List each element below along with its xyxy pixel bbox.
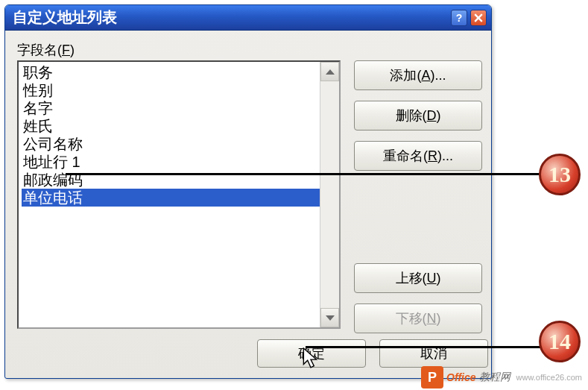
close-icon — [474, 13, 483, 22]
dialog-body: 字段名(F) 职务性别名字姓氏公司名称地址行 1邮政编码单位电话 添加(A)..… — [5, 31, 491, 378]
annotation-badge-14: 14 — [539, 321, 581, 362]
list-item[interactable]: 公司名称 — [22, 135, 320, 153]
listbox-viewport[interactable]: 职务性别名字姓氏公司名称地址行 1邮政编码单位电话 — [19, 62, 320, 327]
move-down-button: 下移(N) — [354, 303, 482, 333]
dialog-title: 自定义地址列表 — [13, 7, 117, 28]
list-item[interactable]: 地址行 1 — [22, 153, 320, 171]
title-controls: ? — [451, 10, 487, 26]
close-button[interactable] — [470, 10, 487, 26]
list-item[interactable]: 名字 — [22, 99, 320, 117]
list-item[interactable]: 职务 — [22, 63, 320, 81]
chevron-up-icon — [326, 69, 335, 75]
ok-button[interactable]: 确定 — [257, 339, 366, 368]
side-button-group: 添加(A)... 删除(D) 重命名(R)... — [354, 60, 482, 171]
rename-button[interactable]: 重命名(R)... — [354, 141, 482, 171]
help-icon: ? — [456, 12, 463, 24]
annotation-line-14 — [306, 346, 540, 348]
cancel-button[interactable]: 取消 — [379, 339, 488, 368]
custom-address-list-dialog: 自定义地址列表 ? 字段名(F) 职务性别名字姓氏公司名称地址行 1邮政编码单位… — [4, 4, 492, 379]
help-button[interactable]: ? — [451, 10, 467, 26]
scroll-track[interactable] — [320, 81, 339, 308]
annotation-badge-13: 13 — [539, 154, 581, 195]
scroll-down-button[interactable] — [320, 308, 339, 327]
list-item[interactable]: 姓氏 — [22, 117, 320, 135]
watermark-logo-icon: P — [421, 366, 443, 389]
vertical-scrollbar[interactable] — [320, 62, 339, 327]
field-name-label: 字段名(F) — [17, 41, 479, 59]
titlebar[interactable]: 自定义地址列表 ? — [5, 5, 491, 31]
list-item[interactable]: 单位电话 — [22, 189, 320, 207]
chevron-down-icon — [326, 315, 335, 321]
add-button[interactable]: 添加(A)... — [354, 60, 482, 90]
watermark: P Office教程网 www.office26.com — [421, 366, 582, 389]
move-button-group: 上移(U) 下移(N) — [354, 263, 482, 333]
field-listbox[interactable]: 职务性别名字姓氏公司名称地址行 1邮政编码单位电话 — [17, 60, 341, 329]
annotation-line-13 — [66, 173, 540, 175]
scroll-up-button[interactable] — [320, 62, 339, 81]
delete-button[interactable]: 删除(D) — [354, 101, 482, 130]
list-item[interactable]: 性别 — [22, 81, 320, 99]
move-up-button[interactable]: 上移(U) — [354, 263, 482, 293]
bottom-button-group: 确定 取消 — [257, 339, 488, 368]
